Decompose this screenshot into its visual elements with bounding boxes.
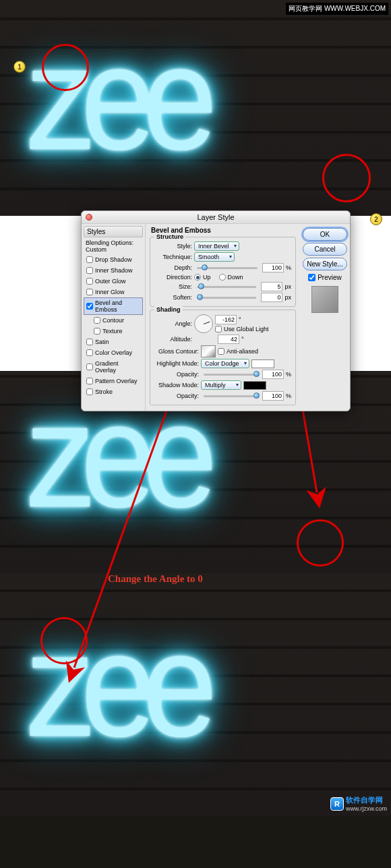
direction-down-radio[interactable]: [219, 274, 226, 281]
style-satin[interactable]: Satin: [84, 337, 143, 347]
blending-options-row[interactable]: Blending Options: Custom: [84, 238, 143, 254]
styles-header[interactable]: Styles: [84, 226, 143, 237]
badge-1: 1: [13, 61, 26, 73]
callout-circle-2: [322, 154, 371, 202]
soften-field[interactable]: 0: [261, 293, 282, 302]
style-label: Style:: [154, 243, 192, 250]
altitude-label: Altitude:: [154, 336, 192, 343]
callout-circle-1: [42, 44, 89, 91]
size-label: Size:: [154, 283, 192, 290]
preview-checkbox[interactable]: [308, 274, 315, 281]
close-icon[interactable]: [86, 214, 92, 221]
direction-up-radio[interactable]: [194, 274, 201, 281]
style-bevel-emboss[interactable]: Bevel and Emboss: [84, 297, 143, 315]
angle-label: Angle:: [154, 320, 192, 327]
layer-style-dialog: Layer Style Styles Blending Options: Cus…: [81, 210, 351, 411]
depth-slider[interactable]: [197, 267, 258, 269]
angle-field[interactable]: -162: [215, 315, 237, 324]
technique-label: Technique:: [154, 254, 192, 260]
preview-label: Preview: [318, 274, 342, 281]
style-pattern-overlay[interactable]: Pattern Overlay: [84, 376, 143, 386]
gloss-contour-swatch[interactable]: [201, 345, 216, 357]
angle-dial[interactable]: [194, 314, 213, 333]
checkbox-icon[interactable]: [86, 289, 93, 295]
soften-slider[interactable]: [197, 297, 256, 299]
callout-circle-4: [40, 617, 88, 664]
buttons-column: OK Cancel New Style... Preview: [300, 224, 350, 411]
style-inner-glow[interactable]: Inner Glow: [84, 287, 143, 297]
style-stroke[interactable]: Stroke: [84, 386, 143, 397]
highlight-opacity-slider[interactable]: [204, 374, 258, 376]
checkbox-icon[interactable]: [86, 388, 93, 395]
shadow-mode-label: Shadow Mode:: [154, 382, 199, 388]
properties-column: Bevel and Emboss Structure Style: Inner …: [146, 224, 300, 411]
structure-title: Structure: [154, 233, 185, 240]
watermark-cn: 软件自学网: [346, 795, 387, 805]
checkbox-icon[interactable]: [86, 349, 93, 356]
highlight-mode-select[interactable]: Color Dodge: [201, 359, 249, 368]
style-gradient-overlay[interactable]: Gradient Overlay: [84, 358, 143, 376]
size-slider[interactable]: [197, 286, 256, 288]
depth-field[interactable]: 100: [262, 263, 284, 272]
soften-label: Soften:: [154, 294, 192, 301]
watermark-top: 网页教学网 WWW.WEBJX.COM: [286, 3, 388, 15]
style-outer-glow[interactable]: Outer Glow: [84, 276, 143, 287]
styles-column: Styles Blending Options: Custom Drop Sha…: [82, 224, 146, 411]
watermark-url: www.rjzxw.com: [346, 805, 387, 812]
new-style-button[interactable]: New Style...: [303, 258, 347, 270]
shadow-opacity-slider[interactable]: [204, 395, 258, 397]
style-texture[interactable]: Texture: [84, 326, 143, 337]
highlight-opacity-label: Opacity:: [154, 371, 199, 378]
preview-swatch: [311, 286, 338, 313]
checkbox-icon[interactable]: [86, 378, 93, 384]
bottom-brick-panel: Change the Angle to 0 zee R 软件自学网 www.rj…: [0, 573, 391, 816]
ok-button[interactable]: OK: [303, 228, 347, 241]
highlight-color-swatch[interactable]: [251, 359, 274, 368]
gloss-contour-label: Gloss Contour:: [154, 348, 199, 355]
neon-text-1: zee: [27, 13, 204, 183]
style-inner-shadow[interactable]: Inner Shadow: [84, 265, 143, 276]
style-select[interactable]: Inner Bevel: [194, 241, 239, 251]
shadow-opacity-field[interactable]: 100: [262, 391, 284, 401]
badge-2: 2: [370, 213, 382, 225]
style-contour[interactable]: Contour: [84, 315, 143, 326]
shadow-mode-select[interactable]: Multiply: [201, 380, 241, 390]
direction-label: Direction:: [154, 274, 192, 281]
shadow-opacity-label: Opacity:: [154, 393, 199, 399]
callout-circle-3: [297, 519, 344, 567]
dialog-titlebar: Layer Style: [82, 211, 350, 224]
checkbox-icon[interactable]: [94, 328, 100, 335]
checkbox-icon[interactable]: [86, 339, 93, 345]
anti-alias-checkbox[interactable]: [218, 348, 224, 355]
depth-label: Depth:: [154, 264, 192, 271]
technique-select[interactable]: Smooth: [194, 252, 235, 262]
top-brick-panel: 网页教学网 WWW.WEBJX.COM zee 1 2: [0, 0, 391, 216]
watermark-logo-icon: R: [330, 797, 344, 811]
global-light-checkbox[interactable]: [215, 326, 222, 332]
highlight-mode-label: Highlight Mode:: [154, 360, 199, 367]
watermark-bottom: R 软件自学网 www.rjzxw.com: [330, 795, 387, 812]
checkbox-icon[interactable]: [86, 256, 93, 263]
altitude-field[interactable]: 42: [218, 335, 239, 344]
checkbox-icon[interactable]: [86, 303, 93, 310]
style-drop-shadow[interactable]: Drop Shadow: [84, 254, 143, 265]
angle-annotation: Change the Angle to 0: [108, 573, 203, 585]
shading-group: Shading Angle: -162 ° Use Global Light: [150, 310, 296, 405]
cancel-button[interactable]: Cancel: [303, 243, 347, 256]
style-color-overlay[interactable]: Color Overlay: [84, 347, 143, 358]
shading-title: Shading: [154, 306, 183, 313]
shadow-color-swatch[interactable]: [243, 381, 266, 390]
checkbox-icon[interactable]: [86, 278, 93, 285]
highlight-opacity-field[interactable]: 100: [262, 370, 284, 379]
checkbox-icon[interactable]: [86, 364, 93, 370]
checkbox-icon[interactable]: [86, 267, 93, 274]
checkbox-icon[interactable]: [94, 317, 100, 324]
dialog-title-text: Layer Style: [197, 213, 234, 221]
structure-group: Structure Style: Inner Bevel Technique: …: [150, 237, 296, 307]
size-field[interactable]: 5: [261, 282, 282, 291]
